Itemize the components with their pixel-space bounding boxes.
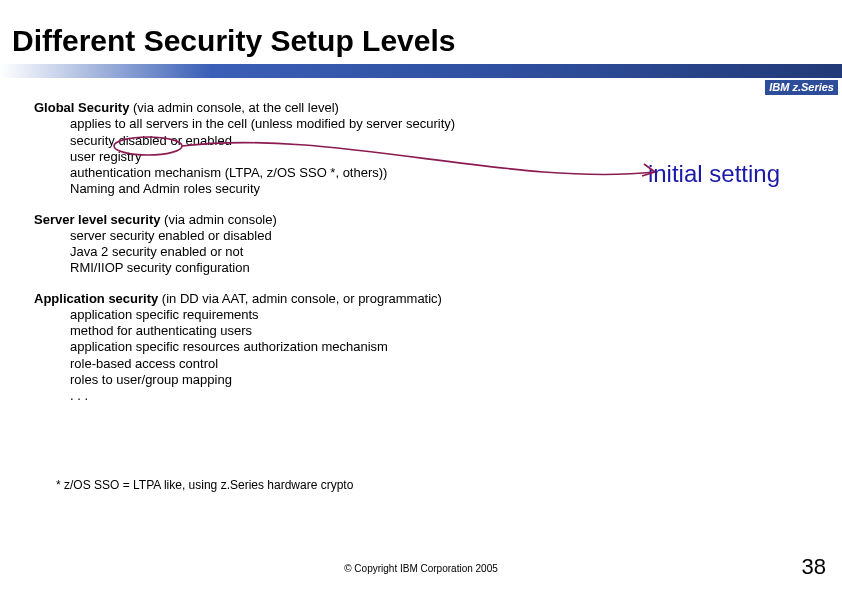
section-items: application specific requirements method…	[70, 307, 804, 405]
annotation-initial-setting: initial setting	[648, 160, 780, 188]
slide: Different Security Setup Levels IBM z.Se…	[0, 0, 842, 592]
list-item: roles to user/group mapping	[70, 372, 804, 388]
section-head-tail: (via admin console)	[160, 212, 276, 227]
copyright: © Copyright IBM Corporation 2005	[0, 563, 842, 574]
list-item: security disabled or enabled	[70, 133, 804, 149]
divider-bar	[0, 64, 842, 78]
list-item: applies to all servers in the cell (unle…	[70, 116, 804, 132]
list-item: Java 2 security enabled or not	[70, 244, 804, 260]
section-application-security: Application security (in DD via AAT, adm…	[34, 291, 804, 405]
page-number: 38	[802, 554, 826, 580]
list-item: role-based access control	[70, 356, 804, 372]
section-server-security: Server level security (via admin console…	[34, 212, 804, 277]
list-item: application specific resources authoriza…	[70, 339, 804, 355]
section-head: Application security	[34, 291, 158, 306]
ibm-brand-tag: IBM z.Series	[765, 80, 838, 95]
section-items: server security enabled or disabled Java…	[70, 228, 804, 277]
list-item: . . .	[70, 388, 804, 404]
section-head: Server level security	[34, 212, 160, 227]
list-item: method for authenticating users	[70, 323, 804, 339]
list-item: application specific requirements	[70, 307, 804, 323]
content-body: Global Security (via admin console, at t…	[34, 100, 804, 418]
section-head-tail: (in DD via AAT, admin console, or progra…	[158, 291, 442, 306]
slide-title: Different Security Setup Levels	[12, 24, 455, 58]
section-head: Global Security	[34, 100, 129, 115]
list-item: RMI/IIOP security configuration	[70, 260, 804, 276]
list-item: server security enabled or disabled	[70, 228, 804, 244]
footnote: * z/OS SSO = LTPA like, using z.Series h…	[56, 478, 353, 492]
section-head-tail: (via admin console, at the cell level)	[129, 100, 339, 115]
